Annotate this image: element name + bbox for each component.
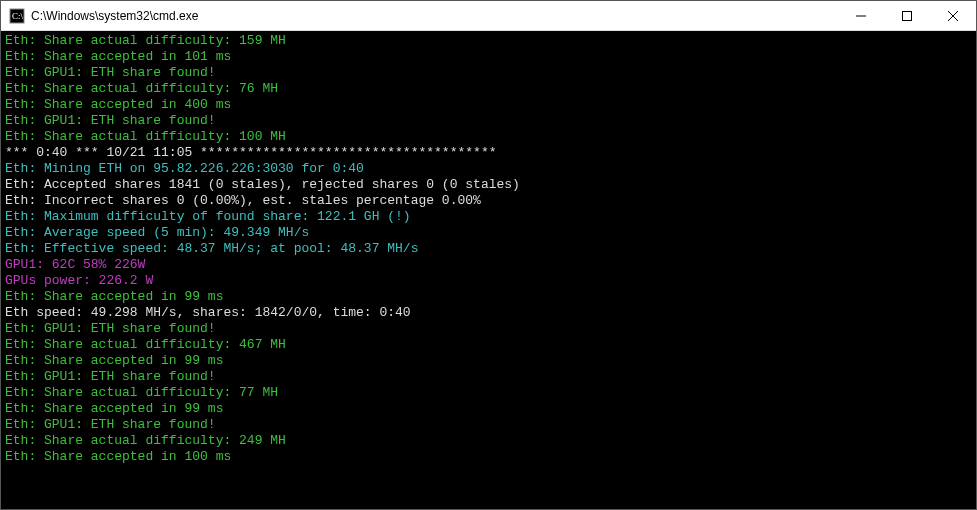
console-line: Eth: Share actual difficulty: 159 MH	[5, 33, 972, 49]
console-line: Eth: Average speed (5 min): 49.349 MH/s	[5, 225, 972, 241]
console-line: Eth: Share accepted in 101 ms	[5, 49, 972, 65]
console-line: GPUs power: 226.2 W	[5, 273, 972, 289]
console-line: Eth: GPU1: ETH share found!	[5, 417, 972, 433]
cmd-window: C:\ C:\Windows\system32\cmd.exe Eth: Sha…	[0, 0, 977, 510]
console-line: Eth: Share actual difficulty: 100 MH	[5, 129, 972, 145]
console-line: Eth: Share actual difficulty: 467 MH	[5, 337, 972, 353]
svg-rect-3	[903, 11, 912, 20]
close-button[interactable]	[930, 1, 976, 30]
console-line: GPU1: 62C 58% 226W	[5, 257, 972, 273]
console-line: Eth speed: 49.298 MH/s, shares: 1842/0/0…	[5, 305, 972, 321]
console-line: *** 0:40 *** 10/21 11:05 ***************…	[5, 145, 972, 161]
console-line: Eth: GPU1: ETH share found!	[5, 113, 972, 129]
console-line: Eth: Mining ETH on 95.82.226.226:3030 fo…	[5, 161, 972, 177]
console-line: Eth: GPU1: ETH share found!	[5, 65, 972, 81]
console-line: Eth: Share accepted in 99 ms	[5, 289, 972, 305]
console-line: Eth: GPU1: ETH share found!	[5, 369, 972, 385]
console-output[interactable]: Eth: Share actual difficulty: 159 MHEth:…	[1, 31, 976, 509]
console-line: Eth: Accepted shares 1841 (0 stales), re…	[5, 177, 972, 193]
console-line: Eth: Share actual difficulty: 76 MH	[5, 81, 972, 97]
console-line: Eth: Incorrect shares 0 (0.00%), est. st…	[5, 193, 972, 209]
console-line: Eth: Share accepted in 400 ms	[5, 97, 972, 113]
console-line: Eth: Maximum difficulty of found share: …	[5, 209, 972, 225]
console-line: Eth: Share actual difficulty: 249 MH	[5, 433, 972, 449]
window-controls	[838, 1, 976, 30]
console-line: Eth: GPU1: ETH share found!	[5, 321, 972, 337]
window-title: C:\Windows\system32\cmd.exe	[31, 9, 838, 23]
console-line: Eth: Share accepted in 100 ms	[5, 449, 972, 465]
console-line: Eth: Share actual difficulty: 77 MH	[5, 385, 972, 401]
cmd-icon: C:\	[9, 8, 25, 24]
titlebar[interactable]: C:\ C:\Windows\system32\cmd.exe	[1, 1, 976, 31]
svg-text:C:\: C:\	[12, 11, 24, 21]
console-line: Eth: Effective speed: 48.37 MH/s; at poo…	[5, 241, 972, 257]
minimize-button[interactable]	[838, 1, 884, 30]
console-line: Eth: Share accepted in 99 ms	[5, 353, 972, 369]
console-line: Eth: Share accepted in 99 ms	[5, 401, 972, 417]
maximize-button[interactable]	[884, 1, 930, 30]
